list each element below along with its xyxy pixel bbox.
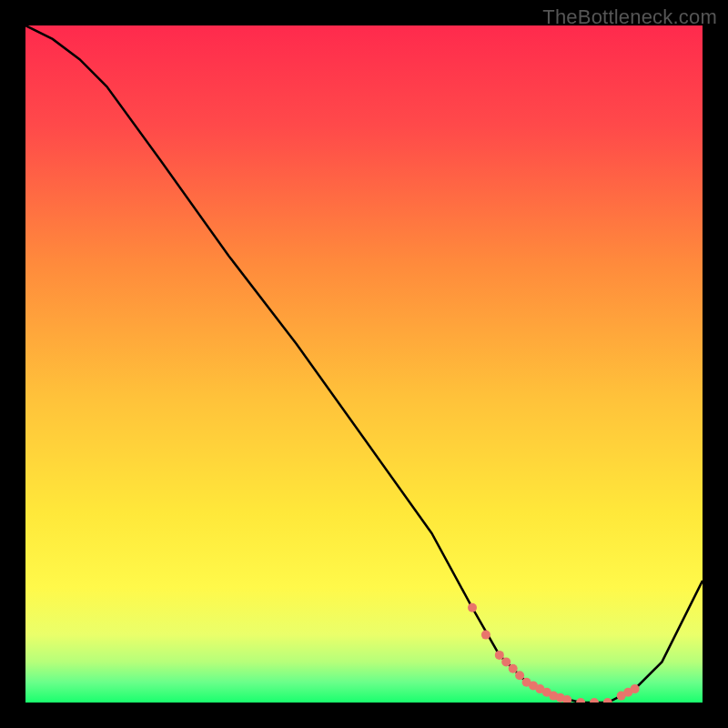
optimal-range-markers xyxy=(468,603,640,703)
svg-point-5 xyxy=(509,664,518,673)
svg-point-6 xyxy=(515,671,524,680)
svg-point-14 xyxy=(576,698,585,703)
bottleneck-curve xyxy=(25,25,703,703)
svg-point-4 xyxy=(501,657,511,666)
svg-point-16 xyxy=(603,698,612,703)
svg-point-19 xyxy=(631,684,640,693)
watermark-text: TheBottleneck.com xyxy=(542,5,717,29)
svg-point-2 xyxy=(481,631,490,640)
svg-point-15 xyxy=(590,698,599,703)
plot-area xyxy=(25,25,703,703)
svg-point-1 xyxy=(468,603,477,612)
chart-frame: TheBottleneck.com xyxy=(0,0,728,728)
svg-point-3 xyxy=(495,651,504,660)
